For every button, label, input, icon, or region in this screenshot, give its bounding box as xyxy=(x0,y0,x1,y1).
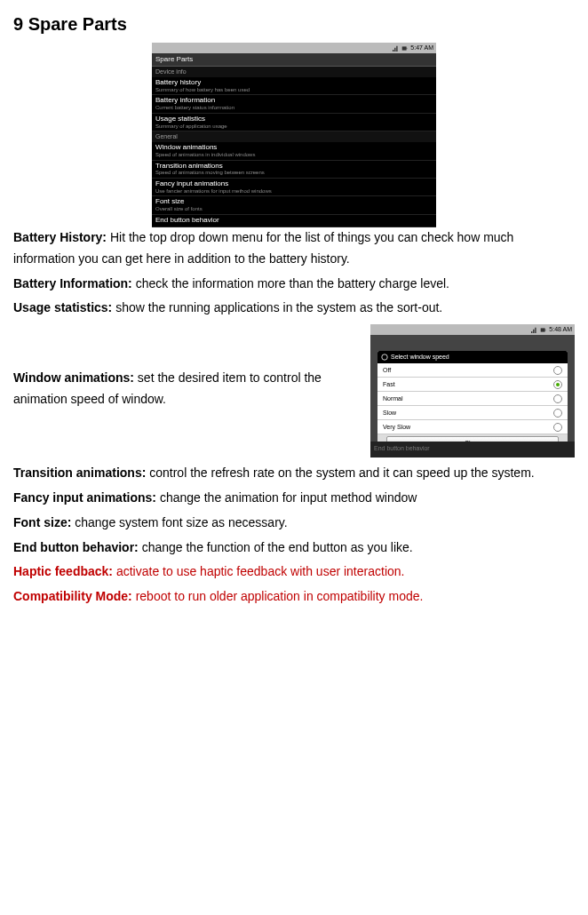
bottom-strip: End button behavior xyxy=(370,442,575,458)
battery-info-text: check the information more than the batt… xyxy=(132,276,449,290)
svg-rect-3 xyxy=(545,329,546,330)
signal-icon xyxy=(531,327,537,333)
usage-def: Usage statistics: show the running appli… xyxy=(13,298,575,319)
battery-info-label: Battery Information: xyxy=(13,276,132,290)
haptic-label: Haptic feedback: xyxy=(13,564,113,578)
app-title-bar: Spare Parts xyxy=(152,53,436,67)
fancy-text: change the animation for input method wi… xyxy=(156,490,417,505)
signal-icon xyxy=(393,45,399,52)
transition-label: Transition animations: xyxy=(13,465,146,480)
section-general: General xyxy=(152,131,436,142)
radio-icon xyxy=(553,409,562,418)
speed-option-label: Off xyxy=(383,365,391,376)
radio-icon xyxy=(553,366,562,375)
font-label: Font size: xyxy=(13,515,71,529)
list-item[interactable]: Battery historySummary of how battery ha… xyxy=(152,77,436,95)
window-anim-def: Window animations: set the desired item … xyxy=(13,368,353,410)
dialog-title-bar: Select window speed xyxy=(377,351,568,363)
radio-icon xyxy=(553,380,562,389)
svg-rect-0 xyxy=(402,46,407,50)
list-item[interactable]: Fancy input animationsUse fancier animat… xyxy=(152,179,436,196)
svg-point-4 xyxy=(382,354,387,360)
usage-text: show the running applications in the sys… xyxy=(112,300,442,314)
svg-rect-2 xyxy=(541,328,545,331)
svg-rect-1 xyxy=(407,47,408,48)
battery-icon xyxy=(401,45,408,52)
speed-option[interactable]: Fast xyxy=(377,378,568,392)
list-item-desc: Current battery status information xyxy=(155,105,433,111)
list-item-title: Fancy input animations xyxy=(155,180,433,188)
speed-option[interactable]: Off xyxy=(377,363,568,378)
speed-option-label: Normal xyxy=(383,394,403,404)
fancy-label: Fancy input animations: xyxy=(13,490,156,505)
list-item-title: Battery history xyxy=(155,79,433,87)
window-speed-screenshot: 5:48 AM Select window speed OffFastNorma… xyxy=(370,324,575,458)
usage-label: Usage statistics: xyxy=(13,300,112,314)
speed-option[interactable]: Very Slow xyxy=(377,420,568,434)
list-item-title: Window animations xyxy=(155,144,433,152)
list-item[interactable]: Window animationsSpeed of animations in … xyxy=(152,142,436,160)
speed-option[interactable]: Normal xyxy=(377,392,568,406)
list-item[interactable]: Transition animationsSpeed of animations… xyxy=(152,161,436,179)
list-item-desc: Summary of application usage xyxy=(155,123,433,130)
list-item-desc: Overall size of fonts xyxy=(155,206,433,212)
radio-icon xyxy=(553,394,562,403)
transition-text: control the refresh rate on the system a… xyxy=(146,465,534,480)
spare-parts-screenshot: 5:47 AM Spare Parts Device info Battery … xyxy=(152,43,436,220)
list-item[interactable]: Font sizeOverall size of fonts xyxy=(152,196,436,214)
battery-history-def: Battery History: Hit the top drop down m… xyxy=(13,227,575,270)
speed-option-label: Fast xyxy=(383,379,395,390)
status-time: 5:47 AM xyxy=(410,43,433,53)
speed-option[interactable]: Slow xyxy=(377,406,568,420)
font-def: Font size: change system font size as ne… xyxy=(13,513,575,534)
battery-history-label: Battery History: xyxy=(13,230,107,244)
list-item-desc: Speed of animations moving between scree… xyxy=(155,170,433,176)
list-item-title: Battery information xyxy=(155,97,433,105)
compat-def: Compatibility Mode: reboot to run older … xyxy=(13,586,575,608)
battery-icon xyxy=(540,327,546,333)
list-item-title: End button behavior xyxy=(155,217,433,225)
section-device-info: Device info xyxy=(152,67,436,77)
status-time-2: 5:48 AM xyxy=(549,324,572,335)
list-item-desc: Summary of how battery has been used xyxy=(155,87,433,93)
list-item-desc: Speed of animations in individual window… xyxy=(155,152,433,158)
end-label: End button behavior: xyxy=(13,540,139,554)
haptic-def: Haptic feedback: activate to use haptic … xyxy=(13,561,575,583)
radio-icon xyxy=(553,423,562,432)
speed-dialog: Select window speed OffFastNormalSlowVer… xyxy=(377,351,568,452)
battery-info-def: Battery Information: check the informati… xyxy=(13,274,575,295)
font-text: change system font size as necessary. xyxy=(71,515,287,529)
circle-icon xyxy=(381,354,388,361)
list-item-title: Font size xyxy=(155,198,433,206)
list-item[interactable]: Battery informationCurrent battery statu… xyxy=(152,95,436,113)
transition-def: Transition animations: control the refre… xyxy=(13,463,575,484)
page-heading: 9 Spare Parts xyxy=(13,9,575,39)
end-text: change the function of the end button as… xyxy=(139,540,413,554)
compat-label: Compatibility Mode: xyxy=(13,589,132,603)
haptic-text: activate to use haptic feedback with use… xyxy=(113,564,404,578)
speed-option-label: Very Slow xyxy=(383,422,410,433)
list-item-desc: Use fancier animations for input method … xyxy=(155,188,433,195)
window-anim-label: Window animations: xyxy=(13,370,134,385)
dialog-title-text: Select window speed xyxy=(391,352,449,362)
compat-text: reboot to run older application in compa… xyxy=(132,589,424,603)
status-bar-2: 5:48 AM xyxy=(370,324,575,335)
list-item-title: Transition animations xyxy=(155,163,433,171)
speed-option-label: Slow xyxy=(383,408,396,418)
list-item[interactable]: End button behavior xyxy=(152,215,436,227)
end-def: End button behavior: change the function… xyxy=(13,537,575,559)
fancy-def: Fancy input animations: change the anima… xyxy=(13,488,575,509)
list-item-title: Usage statistics xyxy=(155,115,433,123)
status-bar: 5:47 AM xyxy=(152,43,436,53)
list-item[interactable]: Usage statisticsSummary of application u… xyxy=(152,114,436,131)
